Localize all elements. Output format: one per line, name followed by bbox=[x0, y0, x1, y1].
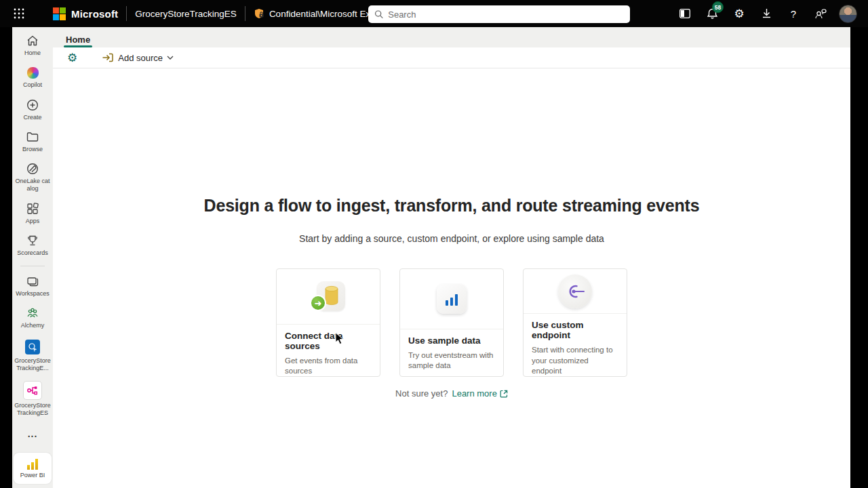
alchemy-people-icon bbox=[26, 306, 39, 320]
sidebar-item-copilot[interactable]: Copilot bbox=[12, 66, 53, 89]
copilot-icon bbox=[26, 66, 39, 79]
card-title: Use custom endpoint bbox=[532, 320, 618, 340]
sidebar-item-label: Copilot bbox=[14, 81, 52, 89]
sidebar-item-label: Alchemy bbox=[14, 322, 52, 329]
card-title: Use sample data bbox=[408, 336, 495, 346]
tab-home[interactable]: Home bbox=[64, 31, 92, 47]
page-subtitle: Start by adding a source, custom endpoin… bbox=[53, 233, 850, 244]
sidebar-item-browse[interactable]: Browse bbox=[12, 130, 53, 153]
sidebar-item-label: Workspaces bbox=[14, 290, 52, 298]
app-launcher-button[interactable] bbox=[5, 0, 33, 27]
avatar bbox=[839, 5, 857, 23]
card-use-sample-data[interactable]: Use sample data Try out eventstream with… bbox=[399, 268, 504, 377]
card-description: Try out eventstream with sample data bbox=[408, 350, 495, 371]
feedback-icon bbox=[814, 8, 827, 19]
sidebar-item-label: GroceryStoreTrackingES bbox=[14, 402, 52, 418]
page-title: Design a flow to ingest, transform, and … bbox=[53, 196, 850, 216]
sidebar-item-onelake-catalog[interactable]: OneLake catalog bbox=[12, 162, 53, 193]
download-button[interactable] bbox=[753, 0, 780, 27]
sidebar-item-scorecards[interactable]: Scorecards bbox=[12, 234, 53, 257]
microsoft-logo[interactable]: Microsoft bbox=[53, 7, 118, 20]
learn-more-label: Learn more bbox=[452, 388, 496, 399]
sidebar-item-label: Browse bbox=[14, 146, 52, 153]
help-button[interactable]: ? bbox=[780, 0, 807, 27]
waffle-icon bbox=[14, 8, 24, 19]
app-blue-icon bbox=[24, 339, 41, 355]
search-input[interactable] bbox=[388, 9, 624, 20]
onelake-catalog-icon bbox=[26, 162, 39, 176]
panel-toggle-button[interactable] bbox=[671, 0, 698, 27]
help-icon: ? bbox=[791, 8, 796, 20]
add-source-button[interactable]: Add source bbox=[98, 50, 178, 65]
trophy-icon bbox=[26, 234, 39, 247]
create-plus-icon bbox=[26, 98, 39, 112]
sidebar-item-label: Apps bbox=[14, 218, 52, 225]
tab-strip: Home bbox=[53, 27, 850, 47]
sidebar-item-label: Scorecards bbox=[14, 249, 52, 257]
sidebar-item-label: GroceryStoreTrackingE... bbox=[14, 357, 52, 373]
divider bbox=[126, 6, 127, 21]
sidebar-item-label: Power BI bbox=[20, 472, 45, 479]
add-source-label: Add source bbox=[118, 53, 163, 63]
folder-icon bbox=[26, 130, 39, 144]
database-connect-icon: ➜ bbox=[310, 280, 347, 312]
account-button[interactable] bbox=[834, 0, 861, 27]
panel-toggle-icon bbox=[679, 9, 690, 18]
item-title: GroceryStoreTrackingES bbox=[135, 9, 237, 19]
sidebar-item-label: Home bbox=[14, 49, 52, 57]
eventstream-canvas: Design a flow to ingest, transform, and … bbox=[53, 68, 850, 488]
starter-cards: ➜ Connect data sources Get events from d… bbox=[276, 268, 627, 377]
settings-button[interactable]: ⚙ bbox=[726, 0, 753, 27]
feedback-button[interactable] bbox=[807, 0, 834, 27]
microsoft-logo-icon bbox=[53, 7, 66, 20]
sidebar-item-grocerystoretracking-app[interactable]: GroceryStoreTrackingE... bbox=[12, 339, 53, 373]
search-icon bbox=[374, 9, 383, 19]
eventstream-settings-button[interactable]: ⚙ bbox=[63, 50, 81, 66]
sidebar-more-button[interactable]: ... bbox=[12, 430, 53, 437]
notifications-button[interactable]: 58 bbox=[698, 0, 726, 27]
custom-endpoint-icon bbox=[558, 274, 592, 308]
external-link-icon bbox=[500, 390, 508, 398]
workspaces-icon bbox=[26, 274, 39, 288]
sidebar-item-alchemy[interactable]: Alchemy bbox=[12, 306, 53, 329]
app-frame: Home Copilot Create Browse OneLake catal… bbox=[12, 27, 850, 488]
eventstream-icon bbox=[23, 381, 42, 400]
main-column: Home ⚙ Add source Design a flow bbox=[53, 27, 850, 488]
apps-icon bbox=[26, 202, 39, 216]
global-search[interactable] bbox=[368, 5, 630, 23]
sidebar-item-grocerystoretrackinges-selected[interactable]: GroceryStoreTrackingES bbox=[12, 381, 53, 418]
sidebar-item-power-bi[interactable]: Power BI bbox=[14, 453, 52, 484]
top-app-bar: Microsoft GroceryStoreTrackingES Confide… bbox=[0, 0, 868, 27]
sidebar-item-label: Create bbox=[14, 114, 52, 121]
sidebar-item-workspaces[interactable]: Workspaces bbox=[12, 274, 53, 298]
card-title: Connect data sources bbox=[285, 331, 372, 351]
card-description: Get events from data sources bbox=[285, 356, 372, 376]
sample-data-chart-icon bbox=[437, 284, 467, 314]
left-nav-rail: Home Copilot Create Browse OneLake catal… bbox=[12, 27, 53, 488]
chevron-down-icon bbox=[167, 56, 174, 60]
sidebar-divider bbox=[20, 266, 45, 266]
power-bi-icon bbox=[27, 459, 38, 470]
home-icon bbox=[26, 34, 39, 47]
microsoft-logo-label: Microsoft bbox=[71, 8, 118, 20]
card-description: Start with connecting to your customized… bbox=[532, 345, 618, 376]
sensitivity-shield-icon bbox=[254, 8, 264, 19]
ribbon-toolbar: ⚙ Add source bbox=[53, 47, 850, 68]
divider bbox=[245, 6, 245, 21]
notification-count-badge: 58 bbox=[712, 1, 724, 13]
card-connect-data-sources[interactable]: ➜ Connect data sources Get events from d… bbox=[276, 268, 380, 377]
not-sure-text: Not sure yet? bbox=[395, 388, 448, 399]
sidebar-item-label: OneLake catalog bbox=[14, 178, 52, 193]
settings-gear-icon: ⚙ bbox=[67, 52, 77, 64]
gear-icon: ⚙ bbox=[734, 8, 744, 20]
sidebar-item-apps[interactable]: Apps bbox=[12, 202, 53, 225]
card-use-custom-endpoint[interactable]: Use custom endpoint Start with connectin… bbox=[523, 268, 627, 377]
more-ellipsis-icon: ... bbox=[28, 430, 38, 437]
sidebar-item-home[interactable]: Home bbox=[12, 34, 53, 57]
learn-more-link[interactable]: Learn more bbox=[452, 388, 507, 399]
sidebar-item-create[interactable]: Create bbox=[12, 98, 53, 121]
tab-home-label: Home bbox=[66, 35, 90, 45]
add-source-icon bbox=[102, 52, 114, 63]
active-tab-underline bbox=[64, 45, 92, 47]
download-icon bbox=[762, 8, 772, 19]
